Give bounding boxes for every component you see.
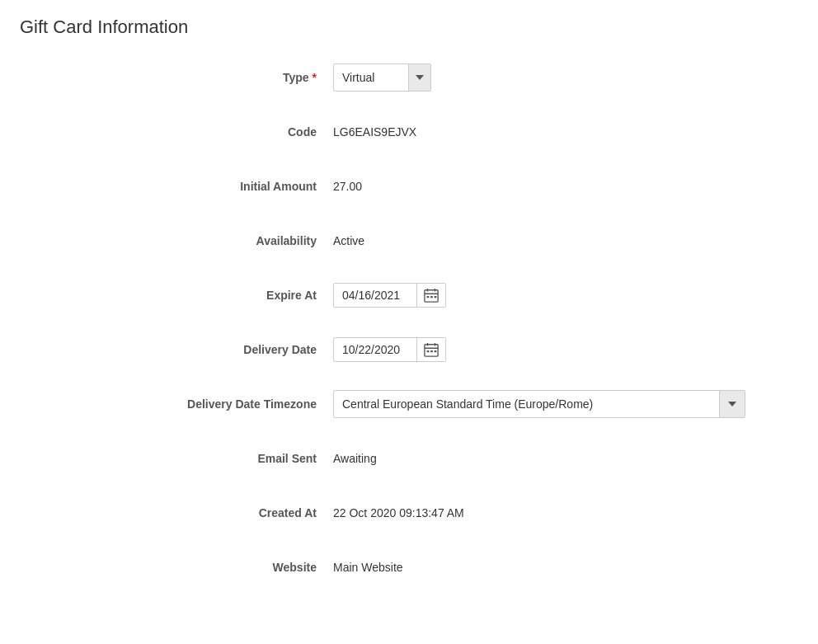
delivery-date-input[interactable]: 10/22/2020 bbox=[333, 337, 446, 362]
code-row: Code LG6EAIS9EJVX bbox=[20, 117, 762, 147]
expire-at-row: Expire At 04/16/2021 bbox=[20, 280, 762, 310]
initial-amount-label: Initial Amount bbox=[20, 180, 333, 193]
type-row: Type* Virtual bbox=[20, 63, 762, 92]
initial-amount-value: 27.00 bbox=[333, 180, 762, 193]
email-sent-value: Awaiting bbox=[333, 452, 762, 465]
expire-at-label: Expire At bbox=[20, 289, 333, 302]
page-title: Gift Card Information bbox=[20, 16, 798, 38]
type-select-text: Virtual bbox=[334, 66, 408, 89]
chevron-down-icon bbox=[728, 402, 736, 407]
delivery-date-text: 10/22/2020 bbox=[334, 338, 416, 361]
email-sent-label: Email Sent bbox=[20, 452, 333, 465]
timezone-select-text: Central European Standard Time (Europe/R… bbox=[334, 393, 719, 416]
type-select-arrow[interactable] bbox=[408, 64, 430, 91]
timezone-select[interactable]: Central European Standard Time (Europe/R… bbox=[333, 390, 745, 418]
expire-at-value: 04/16/2021 bbox=[333, 283, 762, 308]
calendar-icon bbox=[424, 288, 439, 303]
created-at-label: Created At bbox=[20, 506, 333, 519]
svg-rect-12 bbox=[430, 350, 433, 352]
email-sent-row: Email Sent Awaiting bbox=[20, 444, 762, 473]
created-at-row: Created At 22 Oct 2020 09:13:47 AM bbox=[20, 498, 762, 528]
delivery-date-row: Delivery Date 10/22/2020 bbox=[20, 335, 762, 364]
timezone-value: Central European Standard Time (Europe/R… bbox=[333, 390, 762, 418]
svg-rect-4 bbox=[427, 296, 430, 298]
type-label: Type* bbox=[20, 71, 333, 84]
availability-label: Availability bbox=[20, 234, 333, 247]
delivery-date-calendar-button[interactable] bbox=[416, 338, 445, 361]
calendar-icon bbox=[424, 342, 439, 357]
website-label: Website bbox=[20, 561, 333, 574]
svg-rect-5 bbox=[430, 296, 433, 298]
gift-card-form: Type* Virtual Code LG6EAIS9EJVX Initial … bbox=[20, 63, 762, 582]
type-select[interactable]: Virtual bbox=[333, 63, 431, 92]
delivery-date-value: 10/22/2020 bbox=[333, 337, 762, 362]
timezone-label: Delivery Date Timezone bbox=[20, 397, 333, 411]
chevron-down-icon bbox=[416, 73, 424, 82]
delivery-date-label: Delivery Date bbox=[20, 343, 333, 356]
availability-value: Active bbox=[333, 234, 762, 247]
expire-at-input[interactable]: 04/16/2021 bbox=[333, 283, 446, 308]
code-value: LG6EAIS9EJVX bbox=[333, 125, 762, 139]
type-value: Virtual bbox=[333, 63, 762, 92]
website-value: Main Website bbox=[333, 561, 762, 574]
initial-amount-row: Initial Amount 27.00 bbox=[20, 172, 762, 201]
svg-rect-13 bbox=[435, 350, 437, 352]
timezone-row: Delivery Date Timezone Central European … bbox=[20, 389, 762, 419]
expire-at-date-text: 04/16/2021 bbox=[334, 284, 416, 307]
timezone-select-arrow[interactable] bbox=[719, 391, 745, 417]
created-at-value: 22 Oct 2020 09:13:47 AM bbox=[333, 506, 762, 519]
availability-row: Availability Active bbox=[20, 226, 762, 256]
svg-rect-6 bbox=[435, 296, 437, 298]
svg-rect-11 bbox=[427, 350, 430, 352]
expire-at-calendar-button[interactable] bbox=[416, 284, 445, 307]
code-label: Code bbox=[20, 125, 333, 139]
website-row: Website Main Website bbox=[20, 552, 762, 582]
required-indicator: * bbox=[313, 71, 317, 84]
